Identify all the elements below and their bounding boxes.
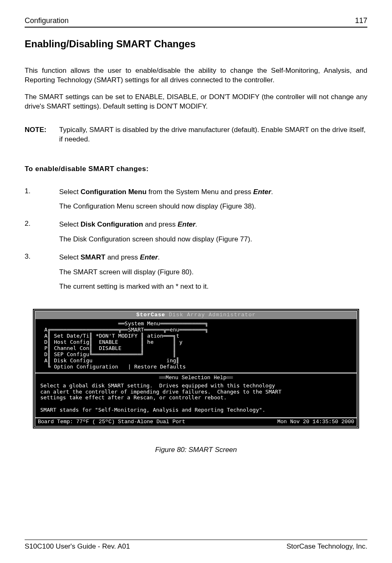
- intro-para-2: The SMART settings can be set to ENABLE,…: [25, 93, 367, 111]
- step-number: 3.: [25, 253, 59, 297]
- intro-para-1: This function allows the user to enable/…: [25, 66, 367, 85]
- terminal-titlebar: StorCase Disk Array Administrator: [35, 311, 357, 319]
- step-number: 2.: [25, 220, 59, 249]
- header-left: Configuration: [25, 16, 69, 25]
- key-enter: Enter: [140, 253, 158, 261]
- step-2: 2. Select Disk Configuration and press E…: [25, 220, 367, 249]
- text: from the System Menu and press: [147, 188, 254, 196]
- text: .: [196, 220, 198, 228]
- step-1: 1. Select Configuration Menu from the Sy…: [25, 187, 367, 217]
- note-label: NOTE:: [25, 125, 59, 144]
- text: and press: [143, 220, 178, 228]
- key-enter: Enter: [253, 188, 271, 196]
- key-enter: Enter: [178, 220, 195, 228]
- procedure-heading: To enable/disable SMART changes:: [25, 165, 367, 173]
- terminal-status-left: Board Temp: 77ºF ( 25ºC) Stand-Alone Dua…: [38, 419, 185, 425]
- terminal-subtitle: Disk Array Administrator: [169, 312, 256, 318]
- terminal-body: ══System Menu══════════════╗ A╔═════════…: [35, 319, 357, 373]
- text: .: [158, 253, 160, 261]
- step-line: Select Disk Configuration and press Ente…: [59, 220, 367, 229]
- text: Select: [59, 253, 81, 261]
- header-page-number: 117: [355, 16, 367, 25]
- terminal-help-title: ══Menu Selection Help══: [38, 375, 354, 381]
- terminal-help-body: Select a global disk SMART setting. Driv…: [38, 381, 354, 416]
- footer-right: StorCase Technology, Inc.: [286, 542, 367, 551]
- step-line: The SMART screen will display (Figure 80…: [59, 267, 367, 277]
- text: Select: [59, 220, 81, 228]
- page-title: Enabling/Disabling SMART Changes: [25, 38, 367, 50]
- step-line: Select Configuration Menu from the Syste…: [59, 187, 367, 197]
- terminal-status-right: Mon Nov 20 14:35:50 2000: [277, 419, 354, 425]
- menu-name: SMART: [81, 253, 105, 261]
- step-line: The current setting is marked with an * …: [59, 282, 367, 292]
- note-body: Typically, SMART is disabled by the driv…: [59, 125, 367, 144]
- procedure-steps: 1. Select Configuration Menu from the Sy…: [25, 187, 367, 300]
- footer-rule: [25, 540, 367, 540]
- footer-left: S10C100 User's Guide - Rev. A01: [25, 542, 130, 551]
- header-rule: [25, 27, 367, 28]
- page-header: Configuration 117: [25, 16, 367, 25]
- text: and press: [105, 253, 140, 261]
- menu-name: Configuration Menu: [81, 188, 147, 196]
- note-block: NOTE: Typically, SMART is disabled by th…: [25, 125, 367, 144]
- terminal-status-bar: Board Temp: 77ºF ( 25ºC) Stand-Alone Dua…: [35, 417, 357, 426]
- page-footer: S10C100 User's Guide - Rev. A01 StorCase…: [25, 542, 367, 551]
- terminal-screenshot: StorCase Disk Array Administrator ══Syst…: [25, 310, 367, 428]
- figure-caption: Figure 80: SMART Screen: [25, 446, 367, 454]
- text: Select: [59, 188, 81, 196]
- terminal-help: ══Menu Selection Help══ Select a global …: [35, 373, 357, 418]
- step-line: The Disk Configuration screen should now…: [59, 234, 367, 244]
- step-line: The Configuration Menu screen should now…: [59, 202, 367, 211]
- menu-name: Disk Configuration: [81, 220, 143, 228]
- text: .: [271, 188, 273, 196]
- step-3: 3. Select SMART and press Enter. The SMA…: [25, 253, 367, 297]
- terminal-brand: StorCase: [136, 312, 165, 318]
- step-number: 1.: [25, 187, 59, 217]
- step-line: Select SMART and press Enter.: [59, 253, 367, 262]
